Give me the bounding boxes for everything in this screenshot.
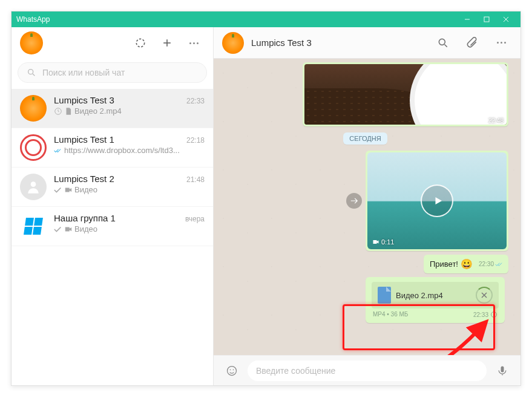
chat-list-item[interactable]: Наша группа 1вчера Видео bbox=[11, 207, 213, 246]
search-input[interactable] bbox=[42, 68, 198, 77]
annotation-arrow bbox=[377, 319, 492, 355]
status-button[interactable] bbox=[130, 32, 151, 54]
chat-time: 21:48 bbox=[186, 175, 205, 184]
voice-message-button[interactable] bbox=[491, 360, 513, 382]
my-avatar[interactable] bbox=[20, 31, 43, 54]
svg-point-11 bbox=[439, 39, 445, 45]
chat-preview: Видео bbox=[54, 185, 205, 194]
app-title: WhatsApp bbox=[16, 15, 50, 24]
message-text: Привет! bbox=[430, 259, 458, 269]
window-maximize-button[interactable] bbox=[477, 11, 496, 27]
chat-name: Lumpics Test 3 bbox=[54, 95, 114, 105]
chat-avatar bbox=[20, 134, 47, 161]
chat-list-item[interactable]: Lumpics Test 322:33 Видео 2.mp4 bbox=[11, 89, 213, 128]
svg-point-10 bbox=[31, 181, 36, 187]
chat-name: Наша группа 1 bbox=[54, 213, 116, 223]
emoji: 😀 bbox=[461, 258, 473, 270]
chat-menu-button[interactable] bbox=[490, 32, 512, 54]
chat-avatar bbox=[20, 174, 47, 200]
composer bbox=[214, 355, 521, 385]
document-icon bbox=[64, 107, 73, 116]
video-duration: 0:11 bbox=[372, 238, 394, 246]
double-check-icon bbox=[495, 261, 504, 267]
menu-button[interactable] bbox=[183, 32, 205, 54]
search-box[interactable] bbox=[18, 62, 207, 83]
file-meta: MP4 • 36 МБ bbox=[373, 311, 408, 318]
chat-preview: https://www.dropbox.com/s/ltd3... bbox=[54, 146, 205, 155]
contact-name: Lumpics Test 3 bbox=[251, 38, 425, 48]
text-message[interactable]: Привет! 😀 22:30 bbox=[424, 255, 508, 273]
chat-list-item[interactable]: Lumpics Test 122:18 https://www.dropbox.… bbox=[11, 128, 213, 168]
forward-button[interactable] bbox=[346, 193, 362, 209]
chat-name: Lumpics Test 1 bbox=[54, 134, 114, 145]
window-close-button[interactable] bbox=[496, 11, 516, 27]
chat-header: Lumpics Test 3 bbox=[214, 27, 521, 59]
double-check-icon bbox=[54, 146, 62, 155]
svg-line-8 bbox=[33, 74, 34, 76]
sidebar-header bbox=[11, 27, 213, 59]
file-icon bbox=[378, 287, 391, 304]
single-check-icon bbox=[54, 225, 62, 233]
clock-icon bbox=[54, 107, 62, 116]
message-time: 22:30 bbox=[479, 261, 494, 267]
svg-point-4 bbox=[136, 39, 144, 47]
svg-line-12 bbox=[445, 44, 447, 47]
search-in-chat-button[interactable] bbox=[432, 32, 454, 54]
svg-rect-1 bbox=[484, 17, 489, 22]
svg-point-18 bbox=[233, 369, 234, 370]
chat-body: 22:48 СЕГОДНЯ 0:11 bbox=[214, 59, 521, 355]
message-input-wrapper[interactable] bbox=[248, 360, 487, 381]
file-message[interactable]: Видео 2.mp4 MP4 • 36 МБ 22:33 bbox=[366, 277, 505, 323]
image-message[interactable]: 22:48 bbox=[303, 62, 508, 126]
svg-point-7 bbox=[28, 70, 33, 74]
svg-rect-19 bbox=[501, 366, 504, 372]
attach-button[interactable] bbox=[461, 32, 483, 54]
video-message[interactable]: 0:11 bbox=[366, 151, 508, 251]
message-time: 22:33 bbox=[473, 312, 488, 318]
window-titlebar: WhatsApp bbox=[11, 11, 521, 27]
search-icon bbox=[27, 68, 36, 77]
emoji-button[interactable] bbox=[221, 360, 243, 382]
video-icon bbox=[64, 186, 73, 194]
file-name: Видео 2.mp4 bbox=[396, 291, 471, 300]
message-time: 22:48 bbox=[488, 117, 504, 124]
day-divider: СЕГОДНЯ bbox=[343, 132, 387, 145]
single-check-icon bbox=[54, 186, 62, 194]
play-icon bbox=[421, 184, 453, 217]
message-input[interactable] bbox=[256, 366, 478, 376]
svg-point-17 bbox=[230, 369, 231, 370]
chat-list-item[interactable]: Lumpics Test 221:48 Видео bbox=[11, 168, 213, 207]
clock-icon bbox=[490, 311, 498, 318]
chat-avatar bbox=[20, 213, 47, 240]
cancel-upload-button[interactable] bbox=[476, 287, 493, 304]
chat-name: Lumpics Test 2 bbox=[54, 174, 114, 184]
chat-panel: Lumpics Test 3 22:48 СЕГОДНЯ bbox=[214, 27, 521, 385]
chat-avatar bbox=[20, 95, 47, 122]
chat-time: вчера bbox=[185, 215, 205, 223]
chat-preview: Видео 2.mp4 bbox=[54, 106, 205, 116]
svg-point-16 bbox=[228, 366, 237, 375]
window-minimize-button[interactable] bbox=[458, 11, 477, 27]
sidebar: Lumpics Test 322:33 Видео 2.mp4 Lumpics … bbox=[11, 27, 214, 385]
video-icon bbox=[64, 225, 73, 233]
chat-preview: Видео bbox=[54, 224, 205, 233]
chat-time: 22:33 bbox=[186, 97, 205, 105]
contact-avatar[interactable] bbox=[222, 32, 244, 54]
new-chat-button[interactable] bbox=[156, 32, 178, 54]
chat-time: 22:18 bbox=[186, 136, 205, 145]
